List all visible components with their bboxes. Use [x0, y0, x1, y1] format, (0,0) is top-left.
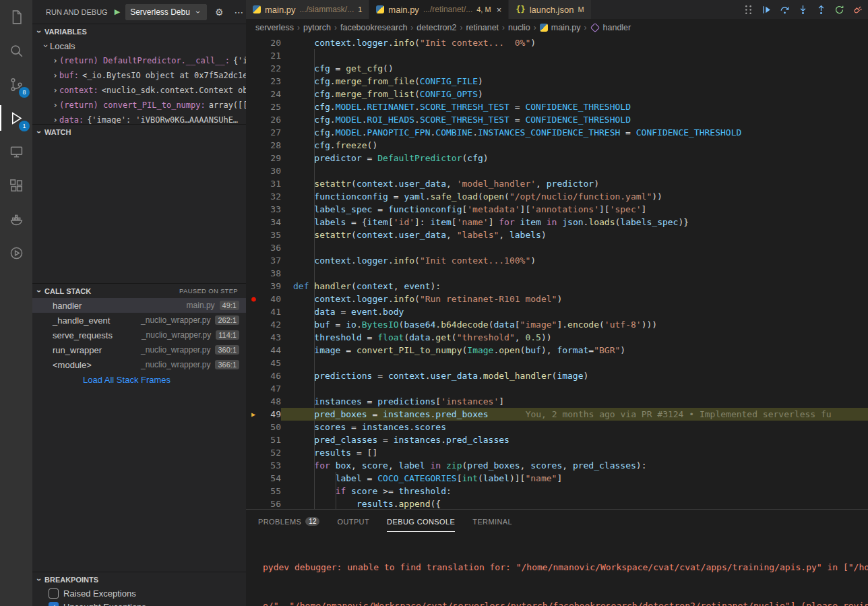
breakpoint-row[interactable]: ✓ Uncaught Exceptions: [32, 600, 246, 606]
line-number[interactable]: 52: [261, 446, 281, 459]
code-line[interactable]: 56 results.append({: [246, 497, 868, 509]
code-line[interactable]: 33 labels_spec = functionconfig['metadat…: [246, 203, 868, 216]
breadcrumb-item[interactable]: main.py: [551, 23, 581, 32]
code-line[interactable]: 29 predictor = DefaultPredictor(cfg): [246, 152, 868, 164]
line-number[interactable]: 28: [261, 139, 281, 152]
line-number[interactable]: 46: [261, 369, 281, 382]
code-line[interactable]: 32 functionconfig = yaml.safe_load(open(…: [246, 190, 868, 203]
gutter-margin[interactable]: [246, 216, 261, 229]
gutter-margin[interactable]: [246, 88, 261, 100]
line-number[interactable]: 43: [261, 331, 281, 344]
call-stack-section-header[interactable]: › CALL STACK PAUSED ON STEP: [32, 283, 246, 298]
debug-console-output[interactable]: pydev debugger: unable to find translati…: [246, 532, 868, 606]
line-number[interactable]: 53: [261, 459, 281, 472]
drag-handle-icon[interactable]: [742, 3, 755, 16]
gutter-margin[interactable]: [246, 241, 261, 254]
code-editor[interactable]: 20 context.logger.info("Init context... …: [246, 36, 868, 509]
play-circle-icon[interactable]: [0, 236, 32, 270]
restart-icon[interactable]: [833, 3, 846, 16]
variable-row[interactable]: › context: <nuclio_sdk.context.Context o…: [32, 83, 246, 98]
stack-frame[interactable]: <module> _nuclio_wrapper.py 366:1: [32, 357, 246, 372]
gear-icon[interactable]: ⚙: [212, 7, 226, 18]
gutter-margin[interactable]: [246, 267, 261, 280]
gutter-margin[interactable]: [246, 152, 261, 164]
line-number[interactable]: 36: [261, 241, 281, 254]
checkbox-unchecked[interactable]: [49, 588, 59, 599]
extensions-icon[interactable]: [0, 169, 32, 202]
gutter-margin[interactable]: [246, 190, 261, 203]
watch-section-header[interactable]: › WATCH: [32, 124, 246, 139]
gutter-margin[interactable]: [246, 177, 261, 190]
breakpoint-row[interactable]: Raised Exceptions: [32, 586, 246, 600]
stack-frame[interactable]: run_wrapper _nuclio_wrapper.py 360:1: [32, 342, 246, 357]
gutter-margin[interactable]: [246, 485, 261, 497]
breadcrumb-item[interactable]: serverless: [255, 23, 294, 32]
line-number[interactable]: 49: [261, 408, 281, 421]
gutter-margin[interactable]: [246, 433, 261, 446]
code-line[interactable]: ●40 context.logger.info("Run retinanet-R…: [246, 293, 868, 305]
stack-frame[interactable]: _handle_event _nuclio_wrapper.py 262:1: [32, 313, 246, 328]
continue-icon[interactable]: [760, 3, 773, 16]
start-debug-icon[interactable]: ▶: [115, 7, 120, 16]
line-number[interactable]: 20: [261, 36, 281, 49]
code-line[interactable]: 31 setattr(context.user_data, 'model_han…: [246, 177, 868, 190]
source-control-icon[interactable]: 8: [0, 67, 32, 101]
code-line[interactable]: 50 scores = instances.scores: [246, 421, 868, 433]
variables-section-header[interactable]: › VARIABLES: [32, 24, 246, 38]
code-line[interactable]: 24 cfg.merge_from_list(CONFIG_OPTS): [246, 88, 868, 100]
line-number[interactable]: 48: [261, 395, 281, 408]
line-number[interactable]: 26: [261, 113, 281, 126]
disconnect-icon[interactable]: [851, 3, 864, 16]
code-line[interactable]: 41 data = event.body: [246, 305, 868, 318]
scope-row[interactable]: › Locals: [32, 38, 246, 53]
breadcrumb-item[interactable]: facebookresearch: [340, 23, 407, 32]
gutter-margin[interactable]: [246, 139, 261, 152]
line-number[interactable]: 22: [261, 62, 281, 75]
code-line[interactable]: 45: [246, 357, 868, 369]
gutter-margin[interactable]: [246, 229, 261, 241]
code-line[interactable]: 55 if score >= threshold:: [246, 485, 868, 497]
remote-explorer-icon[interactable]: [0, 135, 32, 169]
code-line[interactable]: 46 predictions = context.user_data.model…: [246, 369, 868, 382]
gutter-margin[interactable]: [246, 382, 261, 395]
gutter-margin[interactable]: [246, 75, 261, 88]
tab-terminal[interactable]: TERMINAL: [472, 510, 512, 532]
run-debug-icon[interactable]: 1: [0, 101, 32, 135]
stack-frame[interactable]: serve_requests _nuclio_wrapper.py 114:1: [32, 328, 246, 342]
code-line[interactable]: 26 cfg.MODEL.ROI_HEADS.SCORE_THRESH_TEST…: [246, 113, 868, 126]
line-number[interactable]: 38: [261, 267, 281, 280]
line-number[interactable]: 55: [261, 485, 281, 497]
line-number[interactable]: 25: [261, 100, 281, 113]
line-number[interactable]: 40: [261, 293, 281, 305]
code-line[interactable]: 52 results = []: [246, 446, 868, 459]
gutter-margin[interactable]: [246, 369, 261, 382]
code-line[interactable]: 53 for box, score, label in zip(pred_box…: [246, 459, 868, 472]
line-number[interactable]: 41: [261, 305, 281, 318]
line-number[interactable]: 31: [261, 177, 281, 190]
tab-output[interactable]: OUTPUT: [337, 510, 369, 532]
code-line[interactable]: 54 label = COCO_CATEGORIES[int(label)]["…: [246, 472, 868, 485]
gutter-margin[interactable]: [246, 113, 261, 126]
breadcrumb-item[interactable]: handler: [603, 23, 631, 32]
line-number[interactable]: 37: [261, 254, 281, 267]
code-line[interactable]: 22 cfg = get_cfg(): [246, 62, 868, 75]
line-number[interactable]: 24: [261, 88, 281, 100]
variable-row[interactable]: › (return) convert_PIL_to_numpy: array([…: [32, 98, 246, 113]
gutter-margin[interactable]: [246, 100, 261, 113]
gutter-margin[interactable]: [246, 446, 261, 459]
gutter-margin[interactable]: [246, 62, 261, 75]
code-line[interactable]: 42 buf = io.BytesIO(base64.b64decode(dat…: [246, 318, 868, 331]
load-all-stack-frames-link[interactable]: Load All Stack Frames: [32, 372, 246, 387]
code-line[interactable]: 37 context.logger.info("Init context...1…: [246, 254, 868, 267]
code-line[interactable]: 44 image = convert_PIL_to_numpy(Image.op…: [246, 344, 868, 357]
line-number[interactable]: 30: [261, 164, 281, 177]
gutter-margin[interactable]: [246, 318, 261, 331]
line-number[interactable]: 21: [261, 49, 281, 62]
line-number[interactable]: 29: [261, 152, 281, 164]
step-into-icon[interactable]: [797, 3, 809, 16]
variable-row[interactable]: › buf: <_io.BytesIO object at 0x7f5a2dc1…: [32, 68, 246, 83]
current-line-arrow[interactable]: ▶: [246, 408, 261, 421]
gutter-margin[interactable]: [246, 36, 261, 49]
code-line[interactable]: 28 cfg.freeze(): [246, 139, 868, 152]
gutter-margin[interactable]: [246, 395, 261, 408]
